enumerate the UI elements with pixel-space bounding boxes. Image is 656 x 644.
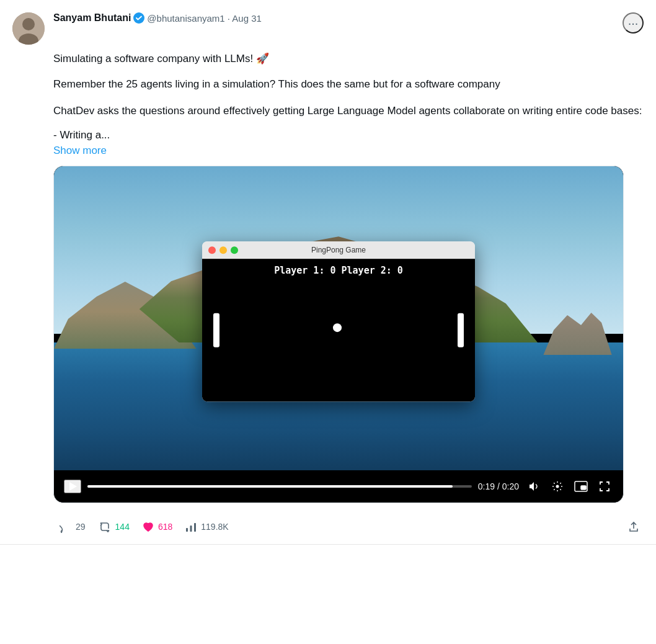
svg-marker-4 [69, 482, 77, 491]
heart-icon [142, 521, 154, 533]
author-info: Sanyam Bhutani @bhutanisanyam1 · Aug 31 [53, 12, 614, 24]
reply-icon [60, 521, 72, 533]
minimize-button-dot [219, 246, 227, 254]
close-button-dot [208, 246, 216, 254]
pong-score: Player 1: 0 Player 2: 0 [274, 265, 403, 276]
reply-count: 29 [76, 522, 86, 532]
tweet-body-p2: ChatDev asks the questions around effect… [53, 102, 644, 119]
display-name[interactable]: Sanyam Bhutani [53, 12, 131, 24]
maximize-button-dot [231, 246, 238, 254]
views-action[interactable]: 119.8K [179, 517, 234, 537]
progress-bar-fill [87, 485, 453, 488]
views-count: 119.8K [201, 522, 228, 532]
pong-game-window: PingPong Game Player 1: 0 Player 2: 0 [202, 241, 475, 401]
traffic-lights [208, 246, 238, 254]
svg-rect-9 [190, 525, 192, 532]
tweet-content: Simulating a software company with LLMs!… [53, 51, 644, 537]
svg-rect-7 [581, 486, 586, 490]
fullscreen-icon[interactable] [596, 478, 613, 495]
retweet-icon [98, 521, 112, 533]
tweet-body-p1: Remember the 25 agents living in a simul… [53, 76, 644, 92]
share-button[interactable] [624, 517, 644, 537]
video-thumbnail: PingPong Game Player 1: 0 Player 2: 0 [54, 166, 623, 470]
svg-rect-8 [186, 528, 188, 532]
like-action[interactable]: 618 [136, 517, 179, 537]
retweet-count: 144 [115, 522, 130, 532]
pong-ball [333, 323, 342, 332]
like-count: 618 [158, 522, 172, 532]
verified-icon [133, 12, 144, 24]
show-more-button[interactable]: Show more [53, 145, 644, 157]
truncated-text: - Writing a... [53, 127, 644, 143]
avatar[interactable] [12, 12, 45, 45]
pong-paddle-right [458, 313, 464, 347]
picture-in-picture-icon[interactable] [572, 478, 590, 495]
play-button[interactable] [64, 480, 81, 493]
video-controls: 0:19 / 0:20 [54, 470, 623, 503]
progress-bar[interactable] [87, 485, 472, 488]
tweet-title: Simulating a software company with LLMs!… [53, 51, 644, 67]
volume-icon[interactable] [525, 478, 543, 495]
tweet-header: Sanyam Bhutani @bhutanisanyam1 · Aug 31 … [12, 12, 644, 45]
video-player[interactable]: PingPong Game Player 1: 0 Player 2: 0 [53, 166, 624, 503]
name-row: Sanyam Bhutani @bhutanisanyam1 · Aug 31 [53, 12, 614, 24]
views-icon [185, 521, 197, 533]
retweet-action[interactable]: 144 [92, 517, 136, 537]
tweet-body: Remember the 25 agents living in a simul… [53, 76, 644, 119]
settings-icon[interactable] [549, 478, 566, 495]
more-options-button[interactable]: ··· [623, 12, 644, 34]
pong-game-area: Player 1: 0 Player 2: 0 [202, 259, 475, 401]
pong-window-title: PingPong Game [311, 246, 366, 254]
handle-date: @bhutanisanyam1 · Aug 31 [147, 13, 262, 24]
avatar-image [12, 12, 45, 45]
tweet-card: Sanyam Bhutani @bhutanisanyam1 · Aug 31 … [0, 0, 656, 545]
pong-paddle-left [213, 313, 219, 347]
svg-point-1 [22, 18, 35, 30]
reply-action[interactable]: 29 [53, 517, 92, 537]
pong-titlebar: PingPong Game [202, 241, 475, 259]
svg-point-5 [556, 485, 559, 488]
svg-rect-10 [194, 523, 196, 532]
time-display: 0:19 / 0:20 [478, 481, 519, 491]
action-bar: 29 144 61 [53, 512, 644, 537]
